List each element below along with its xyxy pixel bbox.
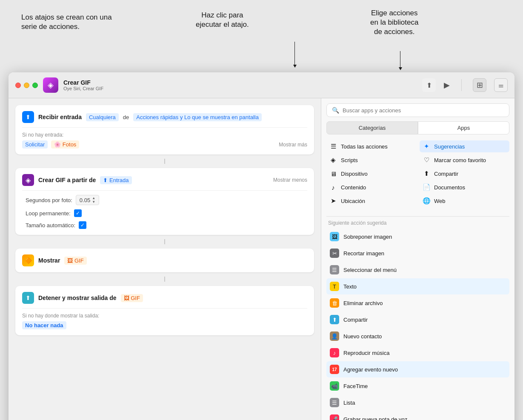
annotation-right-arrow — [399, 67, 402, 70]
cat-compartir[interactable]: ⬆ Compartir — [420, 168, 509, 180]
fullscreen-button[interactable] — [32, 83, 38, 88]
suggested-label: Siguiente acción sugerida — [326, 220, 509, 226]
show-gif-token[interactable]: 🖼 GIF — [64, 257, 86, 265]
list-item-eliminar[interactable]: 🗑 Eliminar archivo — [326, 295, 509, 311]
create-gif-label: Crear GIF a partir de — [38, 177, 96, 183]
connector-1 — [164, 159, 165, 164]
list-item-recortar[interactable]: ✂ Recortar imagen — [326, 245, 509, 261]
compartir-icon: ⬆ — [330, 315, 339, 324]
cat-web-icon: 🌐 — [422, 197, 431, 205]
cat-dispositivo-icon: 🖥 — [329, 170, 337, 177]
search-bar: 🔍 — [326, 103, 509, 117]
list-item-seleccionar-menu[interactable]: ☰ Seleccionar del menú — [326, 262, 509, 278]
seconds-row: Segundos por foto: 0.05 ▲▼ — [22, 195, 307, 205]
solicitar-token[interactable]: Solicitar — [22, 140, 48, 149]
traffic-lights — [15, 83, 38, 88]
seconds-value[interactable]: 0.05 ▲▼ — [76, 195, 99, 205]
run-button[interactable]: ▶ — [441, 79, 453, 91]
share-button[interactable]: ⬆ — [422, 78, 436, 92]
list-item-sobreponer[interactable]: 🖼 Sobreponer imagen — [326, 229, 509, 245]
cat-sugerencias-icon: ✦ — [422, 143, 431, 150]
show-more-1[interactable]: Mostrar más — [279, 142, 307, 148]
cat-scripts[interactable]: ◈ Scripts — [326, 154, 416, 166]
eliminar-label: Eliminar archivo — [343, 300, 383, 306]
list-item-musica[interactable]: ♪ Reproducir música — [326, 345, 509, 361]
filter-button[interactable]: ⚌ — [494, 78, 508, 92]
list-item-nota-voz[interactable]: 🎤 Grabar nueva nota de voz — [326, 411, 509, 420]
cat-sugerencias-label: Sugerencias — [434, 143, 465, 150]
stop-show-header: ⬆ Detener y mostrar salida de 🖼 GIF — [22, 292, 307, 304]
seconds-number: 0.05 — [80, 197, 90, 203]
list-item-texto[interactable]: T Texto — [326, 278, 509, 294]
annotation-center-line — [294, 42, 295, 65]
create-gif-icon: ◈ — [22, 174, 34, 186]
musica-icon: ♪ — [330, 348, 339, 357]
cat-documentos[interactable]: 📄 Documentos — [420, 181, 509, 193]
sel-menu-label: Seleccionar del menú — [343, 267, 397, 273]
tab-apps[interactable]: Apps — [418, 121, 509, 134]
cat-ubicacion[interactable]: ➤ Ubicación — [326, 195, 416, 207]
compartir-label: Compartir — [343, 317, 368, 323]
action-receive: ⬆ Recibir entrada Cualquiera de Acciones… — [15, 105, 314, 154]
actions-panel: 🔍 Categorías Apps ☰ Todas las acciones ✦ — [321, 98, 514, 420]
close-button[interactable] — [15, 83, 21, 88]
titlebar-divider — [461, 79, 462, 91]
entrada-token[interactable]: ⬆ Entrada — [100, 176, 131, 184]
sobreponer-label: Sobreponer imagen — [343, 234, 392, 240]
annotation-right-line — [400, 51, 400, 68]
cat-web[interactable]: 🌐 Web — [420, 195, 509, 207]
stepper-arrows[interactable]: ▲▼ — [92, 196, 95, 204]
loop-checkbox[interactable]: ✓ — [74, 209, 82, 217]
receive-label: Recibir entrada — [38, 114, 82, 120]
workflow-panel: ⬆ Recibir entrada Cualquiera de Acciones… — [9, 98, 321, 420]
size-label: Tamaño automático: — [26, 222, 75, 229]
minimize-button[interactable] — [24, 83, 29, 88]
titlebar: ◈ Crear GIF Oye Siri, Crear GIF ⬆ ▶ ⊞ ⚌ — [9, 72, 514, 98]
lista-icon: ☰ — [330, 398, 339, 407]
texto-label: Texto — [343, 283, 357, 290]
list-item-evento[interactable]: 17 Agregar evento nuevo — [326, 361, 509, 377]
fotos-token[interactable]: 🌸 Fotos — [51, 140, 79, 149]
cat-contenido-icon: ♪ — [329, 184, 337, 191]
evento-icon: 17 — [330, 365, 339, 374]
stop-show-icon: ⬆ — [22, 292, 34, 304]
eliminar-icon: 🗑 — [330, 298, 339, 308]
action-list: 🖼 Sobreponer imagen ✂ Recortar imagen ☰ … — [326, 229, 509, 420]
receive-token-sources[interactable]: Acciones rápidas y Lo que se muestra en … — [133, 113, 262, 121]
cat-sugerencias[interactable]: ✦ Sugerencias — [420, 140, 509, 152]
stop-gif-token[interactable]: 🖼 GIF — [121, 294, 143, 302]
cat-ubicacion-icon: ➤ — [329, 197, 337, 205]
seconds-label: Segundos por foto: — [26, 197, 72, 203]
if-no-input-label: Si no hay entrada: — [22, 132, 307, 138]
size-checkbox[interactable]: ✓ — [79, 221, 86, 229]
tab-categorias[interactable]: Categorías — [326, 121, 418, 134]
cat-contenido-label: Contenido — [341, 184, 366, 191]
show-less-2[interactable]: Mostrar menos — [273, 177, 307, 183]
recortar-icon: ✂ — [330, 249, 339, 258]
cat-ubicacion-label: Ubicación — [341, 198, 365, 204]
loop-row: Loop permanente: ✓ — [22, 209, 307, 217]
list-item-facetime[interactable]: 📹 FaceTime — [326, 378, 509, 394]
cat-web-label: Web — [434, 198, 446, 204]
list-item-lista[interactable]: ☰ Lista — [326, 394, 509, 411]
stop-show-label: Detener y mostrar salida de — [38, 294, 117, 301]
receive-icon: ⬆ — [22, 111, 34, 123]
receive-token-any[interactable]: Cualquiera — [86, 113, 119, 121]
cat-todas[interactable]: ☰ Todas las acciones — [326, 140, 416, 152]
no-action-token[interactable]: No hacer nada — [22, 321, 66, 329]
action-create-gif: ◈ Crear GIF a partir de ⬆ Entrada Mostra… — [15, 168, 314, 235]
cat-favorito[interactable]: ♡ Marcar como favorito — [420, 154, 509, 166]
cat-scripts-label: Scripts — [341, 157, 358, 163]
show-label: Mostrar — [38, 257, 60, 264]
search-input[interactable] — [343, 107, 504, 114]
musica-label: Reproducir música — [343, 350, 389, 356]
cat-contenido[interactable]: ♪ Contenido — [326, 181, 416, 193]
list-item-contacto[interactable]: 👤 Nuevo contacto — [326, 328, 509, 344]
list-item-compartir[interactable]: ⬆ Compartir — [326, 311, 509, 328]
add-action-button[interactable]: ⊞ — [473, 78, 486, 92]
cat-dispositivo[interactable]: 🖥 Dispositivo — [326, 168, 416, 180]
receive-de: de — [123, 114, 129, 120]
title-info: Crear GIF Oye Siri, Crear GIF — [63, 79, 103, 91]
nota-voz-label: Grabar nueva nota de voz — [343, 416, 407, 420]
create-gif-header: ◈ Crear GIF a partir de ⬆ Entrada Mostra… — [22, 174, 307, 186]
